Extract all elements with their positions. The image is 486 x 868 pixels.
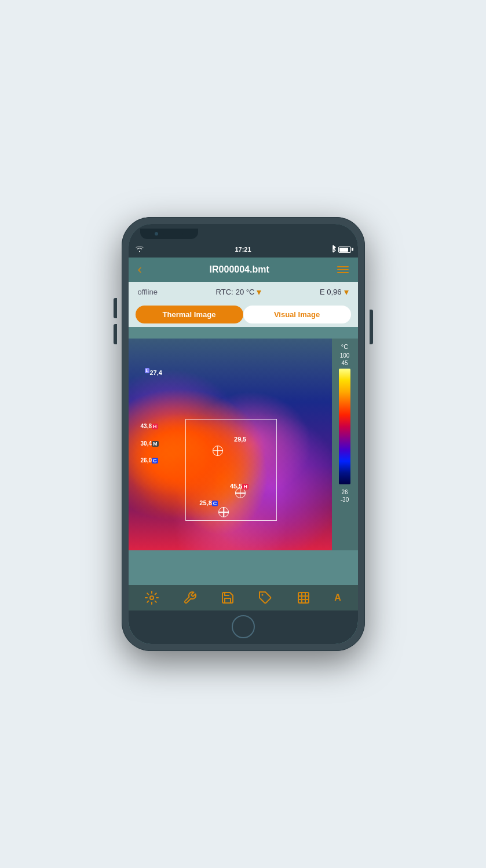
home-bar xyxy=(129,610,358,644)
menu-icon xyxy=(337,272,349,273)
annotation-H1: 43,8H xyxy=(141,423,158,429)
scale-100: 100 xyxy=(340,352,350,359)
emissivity-value: E 0,96 xyxy=(320,288,342,296)
auto-button[interactable]: A xyxy=(334,593,341,603)
menu-icon xyxy=(337,269,349,270)
spot-value-2: 45,5H xyxy=(230,483,249,490)
status-time: 17:21 xyxy=(207,246,279,253)
speaker-icon xyxy=(163,233,183,235)
info-bar: offline RTC: 20 °C ▾ E 0,96 ▾ xyxy=(129,282,358,302)
page-title: IR000004.bmt xyxy=(210,264,269,275)
emissivity-display[interactable]: E 0,96 ▾ xyxy=(320,286,349,297)
export-button[interactable] xyxy=(297,591,310,605)
scale-unit: °C xyxy=(341,343,348,350)
settings-button[interactable] xyxy=(145,591,159,605)
bluetooth-icon xyxy=(330,245,336,254)
back-button[interactable]: ‹ xyxy=(138,262,142,277)
rtc-value: 20 °C xyxy=(236,288,255,296)
status-left xyxy=(136,245,207,253)
notch-bump xyxy=(140,229,198,239)
menu-button[interactable] xyxy=(337,266,349,273)
thermal-image[interactable]: L27,4 43,8H 30,4M 26,0C xyxy=(129,339,332,550)
save-button[interactable] xyxy=(221,591,235,605)
home-button[interactable] xyxy=(232,615,255,638)
annotation-M: 30,4M xyxy=(141,440,159,447)
status-right xyxy=(279,245,351,254)
color-scale: °C 100 45 26 -30 xyxy=(332,339,358,550)
scale-45: 45 xyxy=(341,360,348,366)
tab-thermal[interactable]: Thermal Image xyxy=(136,306,243,323)
app-header: ‹ IR000004.bmt xyxy=(129,258,358,282)
emissivity-dropdown-icon: ▾ xyxy=(344,286,349,297)
spot-value-3: 25,8C xyxy=(199,499,218,506)
phone-screen: 17:21 ‹ xyxy=(129,224,358,644)
camera-icon xyxy=(155,232,158,236)
status-bar: 17:21 xyxy=(129,244,358,258)
crosshair-3-circle xyxy=(218,507,229,517)
notch-area xyxy=(129,224,358,244)
annotation-C1: 26,0C xyxy=(141,457,158,464)
app-content: ‹ IR000004.bmt offline RTC: 20 °C ▾ xyxy=(129,258,358,644)
bottom-toolbar: A xyxy=(129,585,358,610)
power-button[interactable] xyxy=(370,310,373,344)
rtc-dropdown-icon: ▾ xyxy=(257,286,261,297)
tab-bar: Thermal Image Visual Image xyxy=(129,302,358,327)
tab-visual[interactable]: Visual Image xyxy=(243,306,351,323)
screen: 17:21 ‹ xyxy=(129,224,358,644)
image-container: L27,4 43,8H 30,4M 26,0C xyxy=(129,339,358,550)
crosshair-1-circle xyxy=(213,446,223,456)
color-gradient-bar xyxy=(339,369,350,484)
spot-value-1: 29,5 xyxy=(234,436,246,443)
connection-status: offline xyxy=(138,288,158,296)
scale-minus30: -30 xyxy=(341,496,349,503)
thermal-image-top-padding xyxy=(129,327,358,339)
phone-frame: 17:21 ‹ xyxy=(122,217,365,651)
rtc-label: RTC: xyxy=(216,288,233,296)
wifi-icon xyxy=(136,245,144,253)
battery-icon xyxy=(338,247,351,253)
menu-icon xyxy=(337,266,349,267)
scale-26: 26 xyxy=(341,489,348,495)
annotation-L: L27,4 xyxy=(145,368,162,376)
rtc-display[interactable]: RTC: 20 °C ▾ xyxy=(216,286,262,297)
svg-point-0 xyxy=(150,596,154,599)
volume-down-button[interactable] xyxy=(114,324,117,344)
tools-button[interactable] xyxy=(183,591,197,605)
tag-button[interactable] xyxy=(258,591,272,605)
svg-rect-2 xyxy=(298,593,309,603)
thermal-image-bottom-padding xyxy=(129,550,358,585)
volume-up-button[interactable] xyxy=(114,298,117,318)
